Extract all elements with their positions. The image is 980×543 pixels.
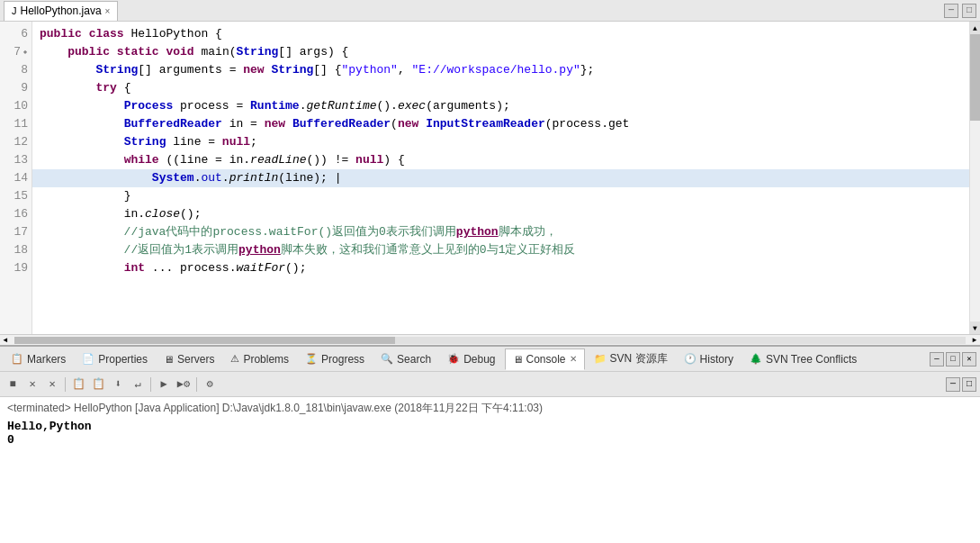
code-line-7: public static void main(String[] args) { [32,43,969,61]
progress-icon: ⏳ [305,353,318,365]
scroll-up-button[interactable]: ▲ [970,22,980,34]
tab-problems-label: Problems [243,353,289,366]
code-line-9: try { [32,79,969,97]
tab-problems[interactable]: ⚠ Problems [223,348,296,370]
tab-history[interactable]: 🕐 History [677,348,741,370]
line-num-16: 16 [0,205,31,223]
run-button[interactable]: ▶ [155,376,173,394]
file-icon: J [12,5,17,16]
tab-console[interactable]: 🖥 Console ✕ [505,348,585,370]
console-output-line-1: Hello,Python [7,420,973,433]
code-line-10: Process process = Runtime.getRuntime().e… [32,97,969,115]
console-status-line: <terminated> HelloPython [Java Applicati… [7,401,973,416]
scroll-left-button[interactable]: ◄ [0,336,11,344]
code-line-13: while ((line = in.readLine()) != null) { [32,151,969,169]
horizontal-scrollbar[interactable]: ◄ ► [0,334,980,345]
toolbar-sep-2 [150,377,151,392]
tab-search-label: Search [397,353,431,366]
tab-properties-label: Properties [98,353,148,366]
editor-area: 6 7⬥ 8 9 10 11 12 13 14 15 16 17 18 19 p… [0,22,980,345]
line-num-6: 6 [0,25,31,43]
panel-pin-button[interactable]: ─ [946,377,960,392]
code-line-8: String[] arguments = new String[] {"pyth… [32,61,969,79]
scroll-end-button[interactable]: ⬇ [109,376,127,394]
line-num-15: 15 [0,187,31,205]
console-toolbar: ■ ✕ ✕ 📋 📋 ⬇ ↵ ▶ ▶⚙ ⚙ ─ □ [0,372,980,397]
console-content[interactable]: <terminated> HelloPython [Java Applicati… [0,397,980,543]
console-icon: 🖥 [513,354,523,365]
tab-properties[interactable]: 📄 Properties [75,348,155,370]
tab-debug-label: Debug [463,353,495,366]
scroll-thumb[interactable] [970,34,980,121]
line-num-14: 14 [0,169,31,187]
tab-svn-tree[interactable]: 🌲 SVN Tree Conflicts [742,348,864,370]
debug-icon: 🐞 [447,353,460,365]
paste-button[interactable]: 📋 [89,376,107,394]
history-icon: 🕐 [684,353,697,365]
servers-icon: 🖥 [164,354,174,365]
tab-history-label: History [700,353,733,366]
minimize-button[interactable]: ─ [944,4,958,18]
editor-tab-hello[interactable]: J HelloPython.java × [4,1,118,21]
tab-progress-label: Progress [321,353,364,366]
line-num-18: 18 [0,241,31,259]
window-controls: ─ □ [944,4,976,18]
line-num-9: 9 [0,79,31,97]
editor-tab-bar: J HelloPython.java × ─ □ [0,0,980,22]
tab-servers-label: Servers [177,353,214,366]
scroll-track-h [14,337,966,344]
tab-svn-res-label: SVN 资源库 [610,351,668,367]
code-editor: 6 7⬥ 8 9 10 11 12 13 14 15 16 17 18 19 p… [0,22,980,334]
code-line-6: public class HelloPython { [32,25,969,43]
stop-button[interactable]: ■ [4,376,22,394]
tab-search[interactable]: 🔍 Search [373,348,438,370]
line-num-7: 7⬥ [0,43,31,61]
problems-icon: ⚠ [230,353,239,365]
markers-icon: 📋 [11,353,23,365]
svn-res-icon: 📁 [594,353,607,365]
clear2-button[interactable]: ✕ [43,376,61,394]
line-numbers: 6 7⬥ 8 9 10 11 12 13 14 15 16 17 18 19 [0,22,32,334]
line-num-8: 8 [0,61,31,79]
properties-icon: 📄 [82,353,94,365]
tab-progress[interactable]: ⏳ Progress [298,348,372,370]
code-content[interactable]: public class HelloPython { public static… [32,22,969,334]
svn-tree-icon: 🌲 [750,353,762,365]
clear-button[interactable]: ✕ [23,376,41,394]
scroll-down-button[interactable]: ▼ [970,321,980,334]
panel-controls: ─ □ ✕ [930,352,976,367]
toolbar-sep-1 [65,377,66,392]
tab-svn-tree-label: SVN Tree Conflicts [766,353,857,366]
panel-right-controls: ─ □ [946,377,976,392]
vertical-scrollbar[interactable]: ▲ ▼ [969,22,980,334]
code-line-18: //返回值为1表示调用python脚本失败，这和我们通常意义上见到的0与1定义正… [32,241,969,259]
line-num-17: 17 [0,223,31,241]
line-num-19: 19 [0,259,31,277]
tab-console-label: Console [526,353,566,366]
tab-debug[interactable]: 🐞 Debug [440,348,502,370]
line-num-12: 12 [0,133,31,151]
panel-expand-button[interactable]: □ [962,377,976,392]
panel-maximize-button[interactable]: □ [946,352,960,367]
word-wrap-button[interactable]: ↵ [129,376,147,394]
run-config-button[interactable]: ▶⚙ [175,376,193,394]
panel-minimize-button[interactable]: ─ [930,352,944,367]
maximize-button[interactable]: □ [962,4,976,18]
code-line-12: String line = null; [32,133,969,151]
scroll-thumb-h[interactable] [14,337,395,344]
code-line-17: //java代码中的process.waitFor()返回值为0表示我们调用py… [32,223,969,241]
line-num-13: 13 [0,151,31,169]
code-line-16: in.close(); [32,205,969,223]
tab-svn-res[interactable]: 📁 SVN 资源库 [587,348,675,370]
tab-markers[interactable]: 📋 Markers [4,348,73,370]
scroll-right-button[interactable]: ► [969,336,980,344]
scroll-track [970,34,980,321]
tab-console-close[interactable]: ✕ [570,354,577,364]
panel-close-button[interactable]: ✕ [962,352,976,367]
copy-output-button[interactable]: 📋 [69,376,87,394]
tab-servers[interactable]: 🖥 Servers [157,348,221,370]
tab-close-button[interactable]: × [105,6,111,16]
console-output-line-2: 0 [7,433,973,447]
toolbar-sep-3 [196,377,197,392]
settings-button[interactable]: ⚙ [201,376,219,394]
